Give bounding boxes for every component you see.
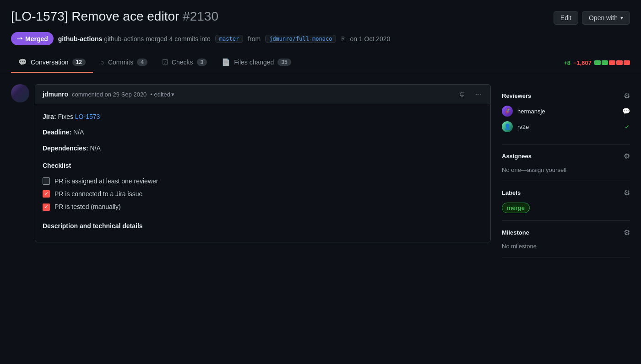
reviewers-title: Reviewers	[502, 92, 531, 99]
comment-body: Jira: Fixes LO-1573 Deadline: N/A Depend…	[35, 104, 490, 242]
checklist-item: ✓ PR is tested (manually)	[43, 200, 483, 213]
checkbox-unchecked[interactable]	[43, 177, 50, 185]
label-badge-merge[interactable]: merge	[502, 203, 530, 213]
tab-commits-count: 4	[137, 59, 147, 66]
open-with-button[interactable]: Open with ▾	[582, 11, 630, 25]
comment-meta: commented on 29 Sep 2020	[72, 91, 147, 98]
edited-dropdown[interactable]: • edited ▾	[150, 91, 174, 98]
gear-icon[interactable]: ⚙	[624, 91, 630, 100]
tabs-bar: 💬 Conversation 12 ○ Commits 4 ☑ Checks 3…	[0, 53, 641, 73]
diff-bar-seg-5	[624, 60, 630, 65]
diff-bar-seg-2	[602, 60, 608, 65]
tab-checks-count: 3	[197, 59, 207, 66]
comment-header: jdmunro commented on 29 Sep 2020 • edite…	[35, 85, 490, 104]
conversation-icon: 💬	[18, 58, 27, 66]
status-row: ⇀ Merged github-actions github-actions m…	[0, 32, 641, 53]
sidebar-milestone-header: Milestone ⚙	[502, 228, 630, 237]
from-label: from	[248, 35, 261, 43]
reviewer-approved-icon: ✓	[625, 123, 630, 130]
deadline-line: Deadline: N/A	[43, 127, 483, 137]
avatar	[11, 84, 29, 102]
reviewer-comment-icon: 💬	[622, 107, 630, 115]
merged-badge: ⇀ Merged	[11, 32, 54, 45]
checkbox-checked[interactable]: ✓	[43, 190, 50, 198]
merge-info: github-actions github-actions merged 4 c…	[58, 35, 211, 43]
sidebar-assignees-header: Assignees ⚙	[502, 152, 630, 161]
pr-number: #2130	[183, 9, 218, 23]
dependencies-label: Dependencies:	[43, 145, 88, 152]
deadline-label: Deadline:	[43, 128, 71, 136]
merge-text: github-actions merged 4 commits into	[104, 35, 211, 43]
reviewer-avatar-rv2e: 👤	[502, 121, 513, 132]
reviewer-name-rv2e[interactable]: rv2e	[517, 123, 620, 130]
milestone-empty: No milestone	[502, 243, 537, 250]
dependencies-value: N/A	[90, 145, 100, 152]
jira-link[interactable]: LO-1573	[75, 113, 100, 120]
sidebar: Reviewers ⚙ 🦸 hermansje 💬 👤 rv2e ✓ Assig…	[502, 84, 630, 257]
checkbox-checked[interactable]: ✓	[43, 203, 50, 211]
emoji-button[interactable]: ☺	[456, 89, 467, 99]
diff-deletions: −1,607	[573, 59, 592, 66]
dependencies-line: Dependencies: N/A	[43, 143, 483, 153]
header: [LO-1573] Remove ace editor #2130 Edit O…	[0, 0, 641, 32]
checklist: PR is assigned at least one reviewer ✓ P…	[43, 175, 483, 214]
merge-icon: ⇀	[16, 34, 22, 43]
edit-button[interactable]: Edit	[554, 11, 578, 25]
sidebar-assignees: Assignees ⚙ No one—assign yourself	[502, 145, 630, 181]
diff-bar	[594, 60, 630, 65]
checklist-item-text: PR is connected to a Jira issue	[54, 189, 142, 199]
description-heading: Description and technical details	[43, 221, 483, 231]
jira-label: Jira:	[43, 113, 56, 120]
tab-files-changed-count: 35	[277, 59, 291, 66]
tab-commits[interactable]: ○ Commits 4	[93, 53, 155, 73]
github-actions-link[interactable]: github-actions	[58, 35, 102, 43]
reviewer-name-hermansje[interactable]: hermansje	[517, 108, 618, 115]
more-options-button[interactable]: ···	[473, 89, 483, 99]
checklist-item: ✓ PR is connected to a Jira issue	[43, 187, 483, 200]
reviewer-item: 🦸 hermansje 💬	[502, 106, 630, 117]
checks-icon: ☑	[162, 58, 168, 66]
gear-icon[interactable]: ⚙	[624, 152, 630, 161]
avatar-image	[11, 84, 29, 102]
sidebar-labels-header: Labels ⚙	[502, 188, 630, 197]
comment-box: jdmunro commented on 29 Sep 2020 • edite…	[35, 84, 491, 242]
base-branch[interactable]: master	[215, 35, 243, 43]
files-icon: 📄	[222, 58, 230, 66]
commits-icon: ○	[100, 59, 104, 66]
head-branch[interactable]: jdmunro/full-monaco	[265, 35, 336, 43]
pr-title: [LO-1573] Remove ace editor #2130	[11, 9, 546, 24]
deadline-value: N/A	[73, 128, 84, 136]
tab-files-changed[interactable]: 📄 Files changed 35	[214, 53, 299, 73]
checklist-item-text: PR is assigned at least one reviewer	[54, 176, 158, 186]
jira-line: Jira: Fixes LO-1573	[43, 112, 483, 122]
reviewer-item: 👤 rv2e ✓	[502, 121, 630, 132]
sidebar-milestone: Milestone ⚙ No milestone	[502, 221, 630, 257]
conversation-area: jdmunro commented on 29 Sep 2020 • edite…	[11, 84, 491, 257]
diff-bar-seg-4	[616, 60, 623, 65]
comment-author[interactable]: jdmunro	[43, 91, 68, 98]
diff-stat: +8 −1,607	[564, 59, 630, 66]
gear-icon[interactable]: ⚙	[624, 228, 630, 237]
merged-label: Merged	[25, 35, 48, 43]
tab-conversation[interactable]: 💬 Conversation 12	[11, 53, 93, 73]
chevron-down-icon: ▾	[620, 15, 623, 21]
checklist-item: PR is assigned at least one reviewer	[43, 175, 483, 187]
diff-bar-seg-3	[609, 60, 615, 65]
diff-bar-seg-1	[594, 60, 601, 65]
labels-title: Labels	[502, 189, 521, 196]
gear-icon[interactable]: ⚙	[624, 188, 630, 197]
copy-icon[interactable]: ⎘	[342, 35, 345, 42]
main-content: jdmunro commented on 29 Sep 2020 • edite…	[0, 73, 641, 268]
sidebar-reviewers: Reviewers ⚙ 🦸 hermansje 💬 👤 rv2e ✓	[502, 84, 630, 145]
tab-conversation-label: Conversation	[31, 59, 69, 66]
pr-title-text: [LO-1573] Remove ace editor	[11, 9, 179, 23]
chevron-down-icon: ▾	[171, 91, 174, 98]
tab-checks[interactable]: ☑ Checks 3	[155, 53, 214, 73]
open-with-label: Open with	[589, 14, 618, 21]
tab-commits-label: Commits	[108, 59, 133, 66]
tab-files-changed-label: Files changed	[234, 59, 274, 66]
tab-conversation-count: 12	[72, 59, 86, 66]
tab-checks-label: Checks	[172, 59, 193, 66]
checklist-item-text: PR is tested (manually)	[54, 202, 121, 212]
comment-thread: jdmunro commented on 29 Sep 2020 • edite…	[11, 84, 491, 242]
